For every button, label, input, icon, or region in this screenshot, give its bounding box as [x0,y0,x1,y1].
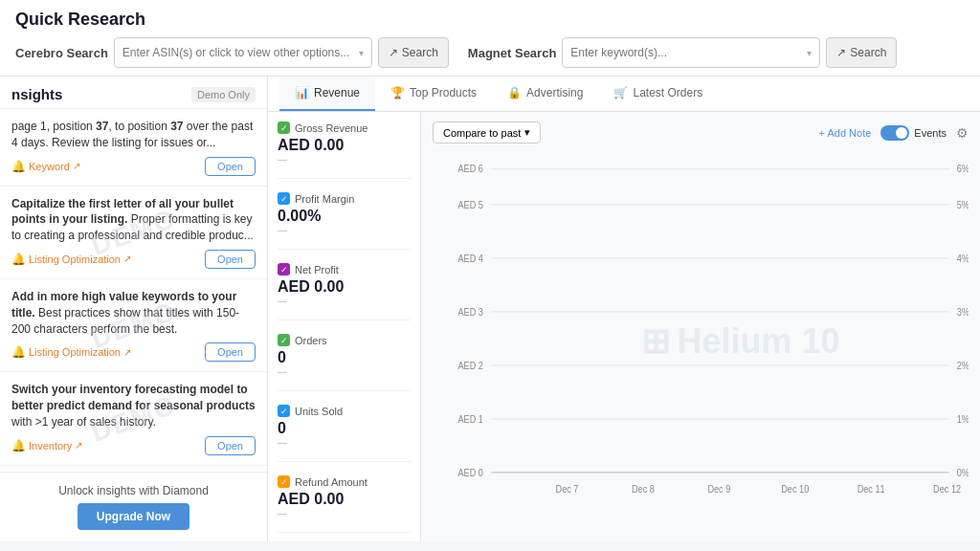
bell-icon: 🔔 [11,160,26,173]
svg-text:3%: 3% [957,306,969,318]
svg-text:4%: 4% [957,253,969,264]
revenue-icon: 📊 [295,86,309,99]
tab-advertising[interactable]: 🔒 Advertising [492,77,598,111]
svg-text:2%: 2% [957,360,969,371]
arrow-icon: ↗ [123,347,131,358]
cerebro-search-button[interactable]: ↗ Search [378,37,449,68]
magnet-input-wrap[interactable]: ▾ [562,37,820,68]
svg-text:1%: 1% [957,413,969,425]
chevron-down-icon: ▾ [807,48,812,58]
insight-text-4: Switch your inventory forecasting model … [11,382,256,430]
tab-revenue[interactable]: 📊 Revenue [279,77,375,111]
list-item: page 1, position 37, to position 37 over… [0,109,267,187]
search-row: Cerebro Search ▾ ↗ Search Magnet Search … [15,37,965,68]
insight-tag-2: 🔔 Listing Optimization ↗ [11,253,131,266]
svg-text:AED 4: AED 4 [457,253,483,264]
open-button-2[interactable]: Open [205,250,256,269]
list-item: DEMO Switch your inventory forecasting m… [0,372,267,465]
svg-text:AED 1: AED 1 [457,413,483,425]
events-toggle-switch[interactable] [880,125,909,141]
metrics-column: ✓ Gross Revenue AED 0.00 — ✓ Profit Marg… [268,112,421,541]
chart-wrapper: ⊞ Helium 10 [433,151,969,532]
advertising-icon: 🔒 [507,86,522,99]
checkbox-net-profit[interactable]: ✓ [278,263,290,276]
metric-refund-amount: ✓ Refund Amount AED 0.00 — [278,475,411,533]
insight-tag-4: 🔔 Inventory ↗ [11,439,82,452]
upgrade-button[interactable]: Upgrade Now [78,503,189,530]
arrow-icon: ↗ [123,253,131,264]
chart-actions: + Add Note Events ⚙ [819,125,969,141]
events-toggle: Events [880,125,947,141]
external-link-icon: ↗ [836,46,846,59]
demo-badge: Demo Only [191,87,256,102]
checkbox-profit-margin[interactable]: ✓ [278,192,290,205]
metric-net-profit: ✓ Net Profit AED 0.00 — [278,263,411,320]
add-note-button[interactable]: + Add Note [819,127,872,139]
magnet-search-group: Magnet Search ▾ ↗ Search [468,37,898,68]
arrow-icon: ↗ [73,161,80,171]
right-panel: 📊 Revenue 🏆 Top Products 🔒 Advertising 🛒… [268,77,980,541]
bell-icon: 🔔 [11,439,26,452]
svg-text:AED 5: AED 5 [457,199,483,210]
svg-text:Dec 12: Dec 12 [933,483,961,495]
external-link-icon: ↗ [389,46,398,59]
gear-icon[interactable]: ⚙ [956,125,969,141]
svg-text:6%: 6% [957,164,969,175]
chart-toolbar: Compare to past ▾ + Add Note Events ⚙ [433,121,969,143]
cerebro-search-group: Cerebro Search ▾ ↗ Search [15,37,449,68]
svg-text:Dec 7: Dec 7 [556,483,579,495]
chevron-down-icon: ▾ [359,48,364,58]
arrow-icon: ↗ [75,440,82,451]
compare-button[interactable]: Compare to past ▾ [433,121,541,143]
open-button-3[interactable]: Open [205,342,256,362]
insight-tag-3: 🔔 Listing Optimization ↗ [11,345,131,359]
chart-area: Compare to past ▾ + Add Note Events ⚙ [421,112,980,541]
header: Quick Research Cerebro Search ▾ ↗ Search… [0,0,980,77]
sidebar: nsights Demo Only page 1, position 37, t… [0,77,268,541]
svg-text:0%: 0% [957,467,969,478]
checkbox-units-sold[interactable]: ✓ [278,405,290,417]
upgrade-text: Unlock insights with Diamond [11,484,256,497]
tab-top-products[interactable]: 🏆 Top Products [375,77,492,111]
panel-content: ✓ Gross Revenue AED 0.00 — ✓ Profit Marg… [268,112,980,541]
insight-tag-1: 🔔 Keyword ↗ [11,160,80,173]
tab-latest-orders[interactable]: 🛒 Latest Orders [598,77,718,111]
checkbox-refund-amount[interactable]: ✓ [278,475,290,488]
page-title: Quick Research [15,10,965,30]
cerebro-input-wrap[interactable]: ▾ [114,37,372,68]
insight-text-1: page 1, position 37, to position 37 over… [11,119,256,151]
list-item: DEMO Capitalize the first letter of all … [0,187,267,279]
magnet-search-label: Magnet Search [468,46,556,60]
cerebro-search-input[interactable] [122,46,355,59]
magnet-search-input[interactable] [570,46,803,59]
top-products-icon: 🏆 [390,86,405,99]
open-button-1[interactable]: Open [205,157,256,176]
insight-footer-4: 🔔 Inventory ↗ Open [11,436,256,455]
magnet-search-button[interactable]: ↗ Search [826,37,897,68]
insight-text-3: Add in more high value keywords to your … [11,289,256,337]
bell-icon: 🔔 [11,253,26,266]
checkbox-orders[interactable]: ✓ [278,334,290,346]
svg-text:AED 3: AED 3 [457,306,483,318]
insight-footer-1: 🔔 Keyword ↗ Open [11,157,256,176]
svg-text:5%: 5% [957,199,969,210]
insight-text-2: Capitalize the first letter of all your … [11,196,256,244]
sidebar-header: nsights Demo Only [0,77,267,109]
svg-text:Dec 10: Dec 10 [781,483,809,495]
checkbox-gross-revenue[interactable]: ✓ [278,121,290,134]
bell-icon: 🔔 [11,345,26,359]
svg-text:Dec 11: Dec 11 [858,483,885,495]
metric-gross-revenue: ✓ Gross Revenue AED 0.00 — [278,121,411,179]
svg-text:AED 2: AED 2 [457,360,483,371]
svg-text:Dec 8: Dec 8 [632,483,655,495]
tabs-row: 📊 Revenue 🏆 Top Products 🔒 Advertising 🛒… [268,77,980,112]
svg-text:AED 0: AED 0 [457,467,483,478]
sidebar-footer: Unlock insights with Diamond Upgrade Now [0,472,267,541]
sidebar-title: nsights [11,86,62,102]
main-content: nsights Demo Only page 1, position 37, t… [0,77,980,541]
metric-units-sold: ✓ Units Sold 0 — [278,405,411,462]
cerebro-search-label: Cerebro Search [15,46,108,60]
open-button-4[interactable]: Open [205,436,256,455]
metric-profit-margin: ✓ Profit Margin 0.00% — [278,192,411,250]
insight-footer-3: 🔔 Listing Optimization ↗ Open [11,342,256,362]
